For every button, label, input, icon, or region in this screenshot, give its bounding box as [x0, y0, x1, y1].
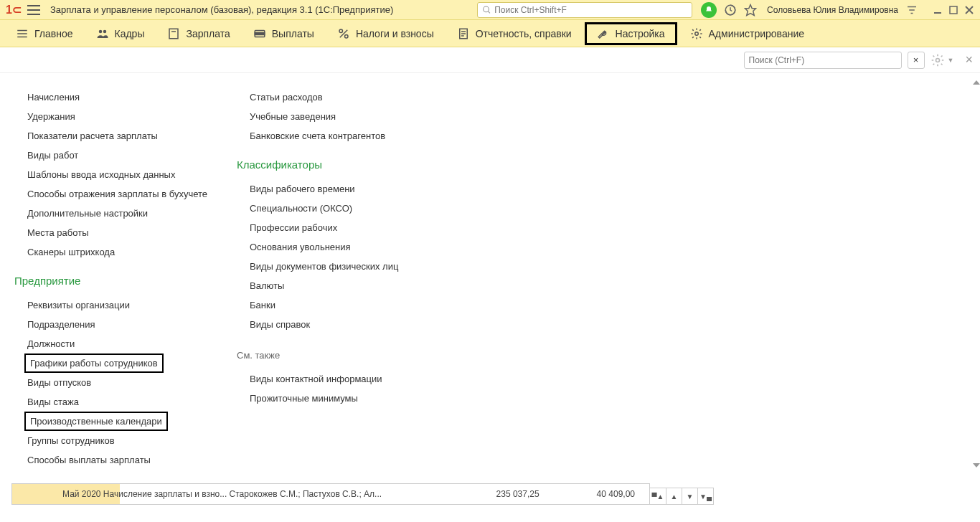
menu-link[interactable]: Статьи расходов [250, 92, 323, 103]
svg-point-31 [936, 58, 939, 62]
minimize-icon[interactable] [933, 5, 943, 15]
nav-hr[interactable]: Кадры [86, 22, 155, 45]
menu-link[interactable]: Основания увольнения [250, 242, 351, 252]
svg-point-23 [339, 29, 343, 33]
hamburger-icon[interactable] [27, 5, 40, 15]
menu-link[interactable]: Графики работы сотрудников [24, 353, 164, 373]
star-icon[interactable] [744, 4, 757, 16]
menu-link[interactable]: Способы отражения зарплаты в бухучете [27, 189, 207, 199]
username[interactable]: Соловьева Юлия Владимировна [767, 5, 898, 15]
menu-link[interactable]: Виды стажа [27, 397, 79, 407]
menu-link[interactable]: Виды работ [27, 150, 78, 161]
list-item: Основания увольнения [237, 237, 524, 257]
scrollbar[interactable] [973, 80, 979, 468]
menu-link[interactable]: Удержания [27, 111, 75, 122]
list-item: Производственные календари [14, 412, 237, 431]
x-icon: × [913, 54, 919, 65]
global-search[interactable] [477, 2, 692, 18]
menu-link[interactable]: Валюты [250, 280, 284, 291]
menu-link[interactable]: Шаблоны ввода исходных данных [27, 169, 175, 180]
nav-reports[interactable]: Отчетность, справки [447, 22, 582, 45]
list-item: Банки [237, 295, 524, 315]
menu-link[interactable]: Банковские счета контрагентов [250, 130, 385, 141]
list-item: Специальности (ОКСО) [237, 199, 524, 218]
list-item: Дополнительные настройки [14, 204, 237, 223]
panel-settings-button[interactable]: ▼ [930, 53, 954, 67]
list-item: Банковские счета контрагентов [237, 126, 524, 146]
list-item: Виды стажа [14, 392, 237, 412]
gear-icon [690, 27, 703, 40]
document-icon [457, 27, 470, 40]
nav-admin[interactable]: Администрирование [680, 22, 815, 45]
menu-link[interactable]: Виды отпусков [27, 377, 91, 388]
history-icon[interactable] [724, 4, 737, 16]
list-item: Показатели расчета зарплаты [14, 126, 237, 146]
nav-taxes-label: Налоги и взносы [356, 28, 434, 39]
section-enterprise: Предприятие [14, 275, 237, 287]
menu-link[interactable]: Начисления [27, 92, 80, 103]
menu-link[interactable]: Прожиточные минимумы [250, 393, 358, 404]
logo-1c: 1⊂ [6, 3, 22, 16]
scroll-up-icon[interactable] [973, 80, 980, 85]
menu-link[interactable]: Виды рабочего времени [250, 184, 355, 194]
list-item: Виды контактной информации [237, 369, 524, 389]
menu-link[interactable]: Группы сотрудников [27, 435, 115, 446]
menu-link[interactable]: Должности [27, 338, 75, 349]
bell-icon [705, 6, 713, 14]
panel-search-input[interactable] [749, 55, 897, 65]
scroll-down-icon[interactable] [973, 463, 980, 468]
menu-link[interactable]: Дополнительные настройки [27, 208, 148, 219]
pager-first[interactable]: ▀▲ [650, 488, 666, 504]
pager-up[interactable]: ▲ [666, 488, 682, 504]
svg-point-14 [98, 29, 102, 33]
filter-icon[interactable] [905, 4, 918, 16]
nav-main[interactable]: Главное [6, 22, 83, 45]
menu-link[interactable]: Показатели расчета зарплаты [27, 130, 158, 141]
menu-link[interactable]: Учебные заведения [250, 111, 336, 122]
wrench-icon [597, 27, 610, 40]
close-icon[interactable] [964, 5, 974, 15]
list-item: Прожиточные минимумы [237, 389, 524, 408]
panel-search[interactable] [744, 52, 902, 69]
nav-payments-label: Выплаты [272, 28, 314, 39]
maximize-icon[interactable] [948, 5, 958, 15]
notifications-button[interactable] [701, 2, 717, 18]
global-search-input[interactable] [494, 5, 687, 15]
list-item: Должности [14, 334, 237, 353]
menu-link[interactable]: Банки [250, 300, 275, 310]
pager-last[interactable]: ▼▄ [697, 488, 713, 504]
nav-hr-label: Кадры [115, 28, 145, 39]
menu-link[interactable]: Способы выплаты зарплаты [27, 455, 151, 465]
svg-point-15 [103, 29, 106, 33]
pager-down[interactable]: ▼ [682, 488, 697, 504]
chevron-down-icon: ▼ [948, 57, 954, 64]
nav-salary[interactable]: Зарплата [157, 22, 240, 45]
calculator-icon [167, 27, 180, 40]
footer-text: Май 2020 Начисление зарплаты и взно... С… [12, 489, 382, 499]
nav-settings[interactable]: Настройка [585, 22, 677, 45]
menu-link[interactable]: Профессии рабочих [250, 222, 337, 233]
menu-link[interactable]: Производственные календари [24, 412, 168, 431]
menu-link[interactable]: Виды документов физических лиц [250, 261, 398, 272]
close-panel-button[interactable]: × [965, 52, 973, 67]
people-icon [96, 27, 109, 40]
svg-line-25 [340, 29, 348, 37]
list-item: Виды документов физических лиц [237, 257, 524, 276]
menu-link[interactable]: Места работы [27, 227, 89, 238]
list-item: Способы выплаты зарплаты [14, 450, 237, 470]
nav-payments[interactable]: Выплаты [243, 22, 324, 45]
svg-point-30 [694, 32, 698, 35]
list-item: Группы сотрудников [14, 431, 237, 450]
search-icon [482, 5, 491, 15]
nav-taxes[interactable]: Налоги и взносы [327, 22, 444, 45]
menu-link[interactable]: Реквизиты организации [27, 300, 130, 310]
menu-link[interactable]: Виды справок [250, 319, 310, 330]
menu-link[interactable]: Виды контактной информации [250, 374, 382, 384]
menu-link[interactable]: Подразделения [27, 319, 95, 330]
main-nav: Главное Кадры Зарплата Выплаты Налоги и … [0, 20, 980, 47]
list-item: Статьи расходов [237, 87, 524, 107]
menu-link[interactable]: Сканеры штрихкода [27, 247, 115, 257]
footer-row[interactable]: Май 2020 Начисление зарплаты и взно... С… [11, 483, 650, 505]
menu-link[interactable]: Специальности (ОКСО) [250, 203, 352, 214]
clear-search-button[interactable]: × [908, 52, 925, 69]
